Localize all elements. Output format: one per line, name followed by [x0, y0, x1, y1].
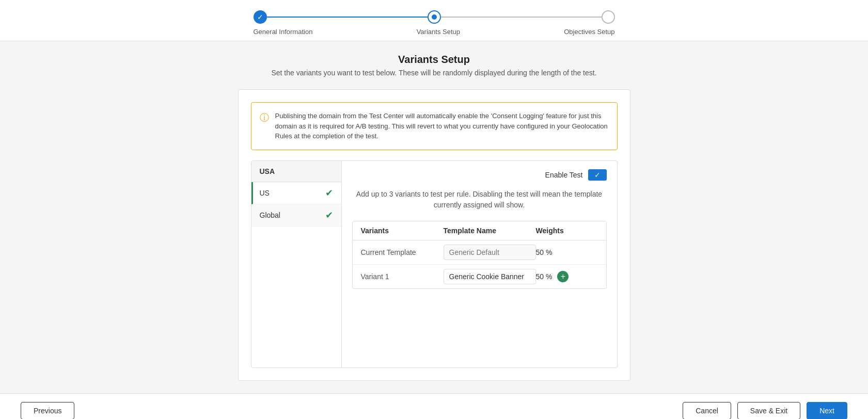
table-row: Current Template 50 % [353, 240, 606, 265]
footer-left: Previous [21, 402, 74, 420]
stepper-container: ✓ General Information Variants Setup Obj… [0, 0, 868, 41]
sidebar-group-header: USA [251, 161, 341, 182]
footer-right: Cancel Save & Exit Next [683, 402, 847, 420]
step-1-checkmark: ✓ [257, 13, 263, 21]
page-subtitle: Set the variants you want to test below.… [271, 69, 596, 77]
warning-icon: ⓘ [260, 111, 269, 141]
step-label-2: Variants Setup [417, 28, 460, 36]
cancel-button[interactable]: Cancel [683, 402, 731, 420]
weight-value-0: 50 % [536, 248, 553, 256]
sidebar-item-global[interactable]: Global ✔ [251, 204, 341, 227]
rules-panel: USA US ✔ Global ✔ Enable Test [251, 160, 618, 368]
step-label-3-wrapper: Objectives Setup [564, 28, 614, 36]
step-3 [602, 10, 615, 24]
step-label-1-wrapper: General Information [254, 28, 313, 36]
header-weights: Weights [536, 227, 598, 235]
variant-label-1: Variant 1 [361, 272, 444, 281]
step-line-2 [441, 17, 602, 18]
rules-sidebar: USA US ✔ Global ✔ [251, 161, 342, 367]
sidebar-item-us-check: ✔ [325, 187, 333, 199]
enable-test-toggle[interactable]: ✓ [588, 169, 607, 181]
variant-label-0: Current Template [361, 248, 444, 256]
step-2-dot [432, 14, 437, 20]
step-label-2-wrapper: Variants Setup [417, 28, 460, 36]
previous-button[interactable]: Previous [21, 402, 74, 420]
step-2-circle [428, 10, 441, 24]
template-input-1[interactable] [444, 269, 536, 284]
rules-layout: USA US ✔ Global ✔ Enable Test [251, 161, 617, 367]
enable-test-row: Enable Test ✓ [352, 169, 607, 181]
step-label-3: Objectives Setup [564, 28, 614, 36]
main-content: Variants Setup Set the variants you want… [0, 41, 868, 393]
sidebar-item-us-label: US [260, 189, 270, 197]
sidebar-item-global-check: ✔ [325, 210, 333, 221]
step-2 [428, 10, 441, 24]
step-3-circle [602, 10, 615, 24]
warning-text: Publishing the domain from the Test Cent… [275, 111, 609, 141]
footer: Previous Cancel Save & Exit Next [0, 393, 868, 420]
weight-cell-1: 50 % + [536, 271, 598, 282]
card: ⓘ Publishing the domain from the Test Ce… [238, 89, 630, 381]
save-exit-button[interactable]: Save & Exit [737, 402, 800, 420]
sidebar-item-global-label: Global [260, 211, 280, 219]
rule-description: Add up to 3 variants to test per rule. D… [352, 189, 607, 211]
header-template-name: Template Name [444, 227, 536, 235]
header-variants: Variants [361, 227, 444, 235]
table-row: Variant 1 50 % + [353, 265, 606, 288]
next-button[interactable]: Next [807, 402, 847, 420]
enable-test-label: Enable Test [545, 171, 583, 179]
step-1-circle: ✓ [254, 10, 267, 24]
add-variant-button[interactable]: + [557, 271, 569, 282]
step-line-1 [267, 17, 428, 18]
rules-right-content: Enable Test ✓ Add up to 3 variants to te… [342, 161, 617, 367]
weight-cell-0: 50 % [536, 248, 598, 256]
page-title: Variants Setup [398, 54, 470, 66]
toggle-tick: ✓ [594, 171, 601, 179]
step-labels: General Information Variants Setup Objec… [254, 28, 615, 36]
variants-table-header: Variants Template Name Weights [353, 221, 606, 240]
warning-banner: ⓘ Publishing the domain from the Test Ce… [251, 102, 618, 150]
template-input-0[interactable] [444, 245, 536, 260]
step-1: ✓ [254, 10, 267, 24]
sidebar-item-us[interactable]: US ✔ [251, 182, 341, 204]
weight-value-1: 50 % [536, 272, 553, 281]
step-label-1: General Information [254, 28, 313, 36]
variants-table: Variants Template Name Weights Current T… [352, 221, 607, 289]
stepper: ✓ [254, 10, 615, 24]
